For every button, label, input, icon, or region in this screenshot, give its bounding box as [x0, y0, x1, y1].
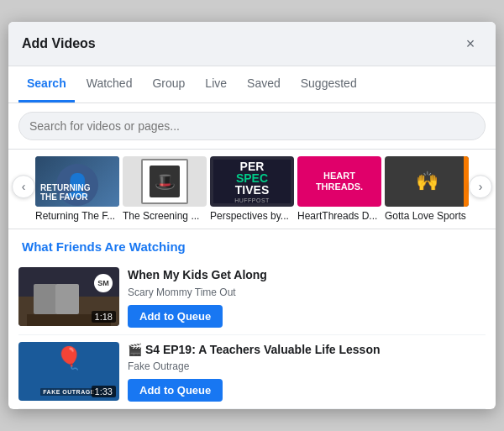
modal-title: Add Videos — [22, 36, 96, 51]
search-input[interactable] — [18, 112, 486, 140]
carousel-thumb-screening: 🎩 — [123, 156, 207, 207]
carousel-item-heartthreads[interactable]: HEARTTHREADS. HeartThreads D... — [297, 156, 381, 222]
video-carousel: ‹ 👤 RETURNINGTHE FAVOR Returning The F..… — [8, 150, 496, 229]
carousel-item-label-sports: Gotta Love Sports — [385, 210, 469, 222]
tab-watched[interactable]: Watched — [78, 66, 141, 102]
video-channel-v2: Fake Outrage — [128, 360, 486, 372]
carousel-item-returning[interactable]: 👤 RETURNINGTHE FAVOR Returning The F... — [35, 156, 119, 222]
carousel-item-sports[interactable]: 🙌 Gotta Love Sports — [385, 156, 469, 222]
returning-label-overlay: RETURNINGTHE FAVOR — [40, 183, 90, 202]
orange-bar — [464, 156, 469, 207]
add-videos-modal: Add Videos × Search Watched Group Live S… — [8, 22, 496, 408]
search-bar — [8, 103, 496, 150]
carousel-thumb-heartthreads: HEARTTHREADS. — [297, 156, 381, 207]
carousel-item-screening[interactable]: 🎩 The Screening ... — [123, 156, 207, 222]
tab-live[interactable]: Live — [197, 66, 235, 102]
carousel-thumb-returning: 👤 RETURNINGTHE FAVOR — [35, 156, 119, 207]
video-item-v1: SM 1:18 When My Kids Get Along Scary Mom… — [18, 260, 486, 334]
carousel-item-perspectives[interactable]: PERSPECTIVES HUFFPOST Perspectives by... — [210, 156, 294, 222]
video-list: SM 1:18 When My Kids Get Along Scary Mom… — [8, 260, 496, 408]
video-thumb-wrapper-v1: SM 1:18 — [18, 267, 119, 326]
section-header: What Friends Are Watching — [8, 229, 496, 260]
tab-saved[interactable]: Saved — [239, 66, 289, 102]
tabs-bar: Search Watched Group Live Saved Suggeste… — [8, 66, 496, 103]
video-channel-v1: Scary Mommy Time Out — [128, 286, 486, 298]
video-info-v2: 🎬 S4 EP19: A Teachers Valuable Life Less… — [128, 342, 486, 402]
tab-group[interactable]: Group — [144, 66, 193, 102]
carousel-thumb-sports: 🙌 — [385, 156, 469, 207]
modal-header: Add Videos × — [8, 22, 496, 66]
video-info-v1: When My Kids Get Along Scary Mommy Time … — [128, 267, 486, 327]
carousel-prev-button[interactable]: ‹ — [12, 176, 35, 199]
carousel-next-button[interactable]: › — [469, 176, 492, 199]
carousel-item-label-screening: The Screening ... — [123, 210, 207, 222]
video-thumb-wrapper-v2: 🎈 FAKE OUTRAGE 1:33 — [18, 342, 119, 401]
carousel-item-label-heartthreads: HeartThreads D... — [297, 210, 381, 222]
carousel-thumb-perspectives: PERSPECTIVES HUFFPOST — [210, 156, 294, 207]
video-item-v2: 🎈 FAKE OUTRAGE 1:33 🎬 S4 EP19: A Teacher… — [18, 335, 486, 409]
tab-suggested[interactable]: Suggested — [292, 66, 365, 102]
close-button[interactable]: × — [459, 32, 482, 55]
video-title-v1: When My Kids Get Along — [128, 267, 486, 282]
add-queue-button-v2[interactable]: Add to Queue — [128, 379, 223, 402]
video-duration-v1: 1:18 — [92, 311, 116, 323]
add-queue-button-v1[interactable]: Add to Queue — [128, 305, 223, 328]
carousel-item-label-perspectives: Perspectives by... — [210, 210, 294, 222]
video-title-v2: 🎬 S4 EP19: A Teachers Valuable Life Less… — [128, 342, 486, 357]
carousel-item-label-returning: Returning The F... — [35, 210, 119, 222]
carousel-track: 👤 RETURNINGTHE FAVOR Returning The F... … — [8, 156, 496, 222]
video-duration-v2: 1:33 — [92, 386, 116, 397]
tab-search[interactable]: Search — [18, 66, 75, 102]
